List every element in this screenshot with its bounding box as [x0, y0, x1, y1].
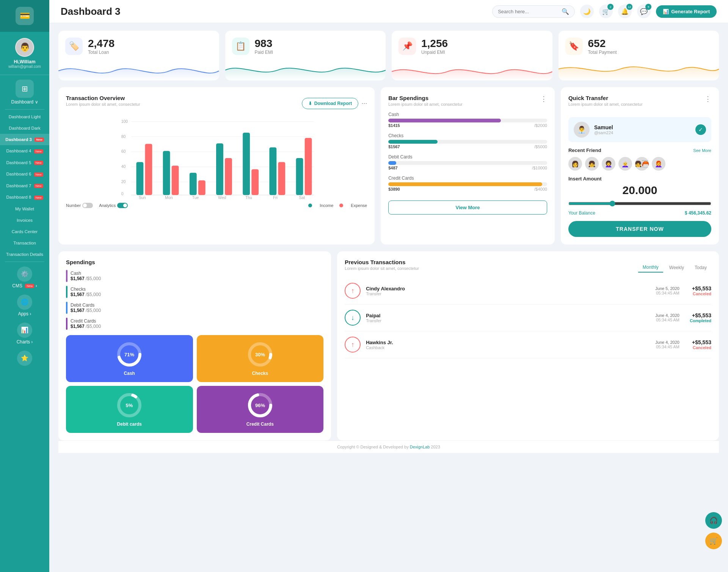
sidebar-item-transaction-details[interactable]: Transaction Details: [0, 249, 49, 260]
sidebar-item-dashboard-6[interactable]: Dashboard 6 New: [0, 168, 49, 180]
bar-spendings-more-button[interactable]: ⋮: [540, 95, 547, 103]
badge-new: New: [35, 138, 44, 142]
sidebar-item-wallet[interactable]: My Wallet: [0, 203, 49, 215]
unpaid-emi-wave: [392, 60, 552, 80]
apps-icon[interactable]: 🌐: [17, 295, 32, 310]
charts-label[interactable]: Charts ›: [17, 339, 33, 348]
cart-btn[interactable]: 🛒 2: [599, 5, 613, 18]
paid-emi-wave: [225, 60, 386, 80]
avatar: 👨: [15, 38, 34, 57]
friend-avatar-4[interactable]: 👩‍🦳: [618, 157, 632, 171]
contact-handle: @sam224: [594, 130, 613, 135]
total-payment-icon: 🔖: [565, 38, 583, 55]
bell-badge: 12: [626, 4, 632, 10]
tx-name-1: Cindy Alexandro: [366, 286, 405, 291]
tab-monthly[interactable]: Monthly: [638, 263, 663, 273]
sidebar-item-dashboard-dark[interactable]: Dashboard Dark: [0, 122, 49, 134]
badge-new: New: [34, 161, 43, 165]
spendings-cash-label: Cash: [71, 271, 101, 276]
donut-credit-svg: 96%: [247, 392, 273, 418]
analytics-toggle-pill[interactable]: [117, 203, 128, 208]
svg-rect-25: [296, 158, 303, 195]
sidebar-item-dashboard-4[interactable]: Dashboard 4 New: [0, 145, 49, 157]
number-toggle-pill[interactable]: [82, 203, 93, 208]
search-input[interactable]: [498, 9, 559, 14]
friend-avatar-3[interactable]: 👩‍🦱: [602, 157, 615, 171]
friend-avatar-6[interactable]: 👩‍🦰: [652, 157, 665, 171]
favorites-icon[interactable]: ⭐: [17, 351, 32, 366]
view-more-button[interactable]: View More: [388, 201, 547, 215]
dashboard-icon[interactable]: ⊞: [16, 80, 34, 98]
footer-brand[interactable]: DexignLab: [410, 445, 430, 449]
middle-section: Transaction Overview Lorem ipsum dolor s…: [58, 87, 719, 244]
bell-btn[interactable]: 🔔 12: [618, 5, 632, 18]
sidebar-item-dashboard-3[interactable]: Dashboard 3 New: [0, 134, 49, 145]
transfer-now-button[interactable]: TRANSFER NOW: [568, 221, 711, 237]
sidebar-item-transaction[interactable]: Transaction: [0, 237, 49, 249]
download-report-button[interactable]: ⬇ Download Report: [302, 98, 358, 109]
generate-report-button[interactable]: 📊 Generate Report: [656, 5, 717, 18]
svg-rect-19: [136, 162, 143, 195]
debit-fill: [388, 161, 396, 165]
theme-toggle-btn[interactable]: 🌙: [580, 5, 594, 18]
total-payment-wave: [559, 60, 719, 80]
tab-today[interactable]: Today: [690, 263, 711, 273]
tx-more-button[interactable]: ···: [361, 99, 367, 107]
svg-rect-21: [190, 173, 197, 195]
search-box[interactable]: 🔍: [492, 5, 575, 18]
number-toggle[interactable]: Number: [66, 203, 93, 208]
dashboard-expand[interactable]: Dashboard ∨: [11, 99, 38, 105]
friend-avatar-1[interactable]: 👩: [568, 157, 582, 171]
sidebar-item-cards[interactable]: Cards Center: [0, 226, 49, 237]
transaction-overview-card: Transaction Overview Lorem ipsum dolor s…: [58, 87, 375, 244]
spendings-cash-values: $1,567 /$5,000: [71, 276, 101, 281]
sidebar-item-invoices[interactable]: Invoices: [0, 215, 49, 226]
cms-label[interactable]: CMS New ›: [12, 283, 37, 291]
analytics-toggle-label: Analytics: [99, 203, 116, 208]
spendings-checks-values: $1,567 /$5,000: [71, 292, 101, 297]
sidebar-item-dashboard-light[interactable]: Dashboard Light: [0, 111, 49, 122]
unpaid-emi-label: Unpaid EMI: [421, 50, 448, 55]
svg-text:80: 80: [121, 135, 126, 139]
total-payment-number: 652: [588, 38, 617, 50]
qt-more-button[interactable]: ⋮: [704, 95, 711, 103]
tx-item-1: ↑ Cindy Alexandro Transfer June 5, 2020 …: [345, 277, 711, 304]
cash-label: Cash: [388, 112, 547, 117]
tx-subtitle: Lorem ipsum dolor sit amet, consectetur: [66, 102, 140, 107]
sidebar-item-dashboard-7[interactable]: Dashboard 7 New: [0, 180, 49, 191]
tx-status-2: Completed: [689, 318, 711, 323]
tx-status-3: Canceled: [689, 345, 711, 350]
float-buttons: 🎧 🛒: [705, 512, 722, 549]
support-float-button[interactable]: 🎧: [705, 512, 722, 529]
sidebar-email: william@gmail.com: [8, 64, 41, 69]
sidebar-item-dashboard-5[interactable]: Dashboard 5 New: [0, 157, 49, 168]
sidebar-item-dashboard-8[interactable]: Dashboard 8 New: [0, 191, 49, 203]
credit-label: Credit Cards: [388, 176, 547, 181]
tab-weekly[interactable]: Weekly: [665, 263, 689, 273]
svg-text:Mon: Mon: [165, 196, 173, 199]
tx-header: Transaction Overview Lorem ipsum dolor s…: [66, 95, 367, 112]
paid-emi-number: 983: [255, 38, 273, 50]
cms-icon[interactable]: ⚙️: [17, 266, 32, 282]
message-btn[interactable]: 💬 5: [637, 5, 651, 18]
cart-float-button[interactable]: 🛒: [705, 533, 722, 549]
badge-new: New: [34, 149, 43, 154]
charts-icon[interactable]: 📊: [17, 323, 32, 338]
tx-icon-1: ↑: [345, 283, 361, 299]
sidebar-divider: [5, 109, 44, 110]
apps-label[interactable]: Apps ›: [18, 311, 31, 320]
svg-text:20: 20: [121, 180, 126, 184]
tx-amount-3: +$5,553: [685, 339, 711, 345]
chart-legend: Number Analytics Income Expense: [66, 203, 367, 208]
balance-label: Your Balance: [568, 210, 595, 216]
friend-avatar-5[interactable]: 👧‍🦰: [635, 157, 649, 171]
see-more-link[interactable]: See More: [693, 148, 711, 153]
number-toggle-label: Number: [66, 203, 81, 208]
amount-slider[interactable]: [568, 201, 711, 207]
sidebar-logo: 💳: [0, 0, 49, 32]
header: Dashboard 3 🔍 🌙 🛒 2 🔔 12 💬 5 📊 Generate: [49, 0, 728, 23]
svg-rect-29: [225, 158, 232, 195]
analytics-toggle[interactable]: Analytics: [99, 203, 128, 208]
selected-contact[interactable]: 👨‍💼 Samuel @sam224 ✓: [568, 117, 711, 142]
friend-avatar-2[interactable]: 👧: [585, 157, 599, 171]
